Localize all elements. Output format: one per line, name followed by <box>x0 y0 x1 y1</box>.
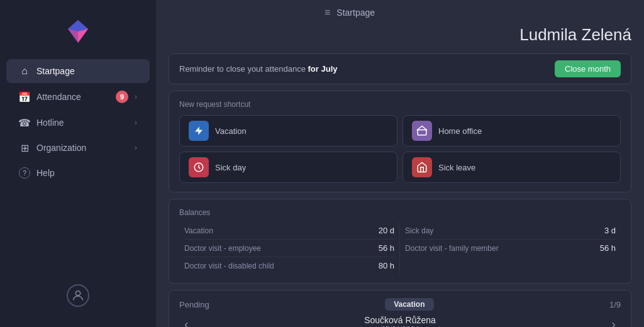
balance-doctor-employee: Doctor visit - employee 56 h <box>184 240 394 257</box>
shortcut-grid: Vacation Home office Sick day <box>179 115 621 183</box>
user-avatar-area <box>0 274 156 317</box>
sidebar-item-attendance[interactable]: 📅 Attendance 9 › <box>6 84 150 109</box>
user-name: Ludmila Zelená <box>169 25 631 45</box>
balance-doctor-employee-value: 56 h <box>379 243 394 253</box>
pending-header: Pending Vacation 1/9 <box>179 298 621 311</box>
chevron-right-icon: › <box>135 143 137 152</box>
pending-counter: 1/9 <box>609 300 621 309</box>
balance-doctor-child: Doctor visit - disabled child 80 h <box>184 257 394 274</box>
balance-doctor-child-label: Doctor visit - disabled child <box>184 262 274 270</box>
balances-title: Balances <box>179 208 621 217</box>
sidebar-item-label: Help <box>36 168 137 178</box>
balance-vacation: Vacation 20 d <box>184 222 394 240</box>
homeoffice-icon <box>412 121 432 141</box>
logo-area <box>0 10 156 58</box>
calendar-icon: 📅 <box>19 91 30 103</box>
reminder-text: Reminder to close yout attendance for Ju… <box>179 64 337 74</box>
sidebar-item-label: Organization <box>36 143 128 153</box>
pending-date: 25/04/2024 <box>364 325 436 328</box>
close-month-button[interactable]: Close month <box>555 60 621 77</box>
pending-prev-button[interactable]: ‹ <box>179 314 194 327</box>
main-area: ≡ Startpage Ludmila Zelená Reminder to c… <box>156 0 644 327</box>
sidebar-item-help[interactable]: ? Help <box>6 161 150 185</box>
shortcut-sickday-label: Sick day <box>215 163 246 172</box>
shortcuts-section: New request shortcut Vacation Home offic… <box>169 91 631 192</box>
sidebar: ⌂ Startpage 📅 Attendance 9 › ☎ Hotline ›… <box>0 0 156 327</box>
reminder-text-bold: for July <box>308 64 338 74</box>
logo-icon <box>64 18 92 45</box>
sidebar-nav: ⌂ Startpage 📅 Attendance 9 › ☎ Hotline ›… <box>0 58 156 186</box>
balance-doctor-employee-label: Doctor visit - employee <box>184 244 261 253</box>
balances-right: Sick day 3 d Doctor visit - family membe… <box>400 222 621 274</box>
shortcut-vacation-label: Vacation <box>215 126 247 136</box>
sickleave-icon <box>412 157 432 177</box>
shortcuts-title: New request shortcut <box>179 100 621 109</box>
shortcut-sickleave[interactable]: Sick leave <box>402 152 621 183</box>
balance-vacation-label: Vacation <box>184 226 213 235</box>
balances-section: Balances Vacation 20 d Doctor visit - em… <box>169 199 631 284</box>
attendance-badge: 9 <box>116 91 128 103</box>
sidebar-item-label: Attendance <box>36 92 109 102</box>
user-avatar[interactable] <box>67 284 89 307</box>
grid-icon: ⊞ <box>19 142 30 153</box>
balance-sickday: Sick day 3 d <box>405 222 616 240</box>
pending-label: Pending <box>179 300 209 309</box>
phone-icon: ☎ <box>19 117 30 128</box>
sidebar-item-hotline[interactable]: ☎ Hotline › <box>6 111 150 135</box>
pending-next-button[interactable]: › <box>606 314 621 327</box>
pending-type-badge: Vacation <box>385 298 433 311</box>
pending-section: Pending Vacation 1/9 ‹ Součková Růžena 2… <box>169 290 631 327</box>
pending-nav-row: ‹ Součková Růžena 25/04/2024 › <box>179 314 621 327</box>
chevron-right-icon: › <box>135 92 137 101</box>
balance-vacation-value: 20 d <box>379 226 394 235</box>
balance-doctor-child-value: 80 h <box>379 261 394 270</box>
svg-rect-4 <box>418 130 426 135</box>
home-icon: ⌂ <box>19 65 30 77</box>
sickday-icon <box>189 157 209 177</box>
balance-sickday-label: Sick day <box>405 226 433 235</box>
chevron-right-icon: › <box>135 118 137 127</box>
sidebar-item-label: Startpage <box>36 66 137 76</box>
shortcut-vacation[interactable]: Vacation <box>179 115 397 147</box>
main-content: Ludmila Zelená Reminder to close yout at… <box>156 0 644 327</box>
sidebar-item-startpage[interactable]: ⌂ Startpage <box>6 59 150 83</box>
balance-doctor-family: Doctor visit - family member 56 h <box>405 240 616 257</box>
sidebar-item-label: Hotline <box>36 118 128 128</box>
balance-doctor-family-label: Doctor visit - family member <box>405 244 499 253</box>
help-icon: ? <box>19 167 30 179</box>
balance-doctor-family-value: 56 h <box>600 243 616 253</box>
vacation-icon <box>189 121 209 141</box>
reminder-text-before: Reminder to close yout attendance <box>179 64 308 74</box>
shortcut-homeoffice-label: Home office <box>438 126 482 136</box>
balance-sickday-value: 3 d <box>604 226 616 235</box>
sidebar-item-organization[interactable]: ⊞ Organization › <box>6 136 150 160</box>
pending-user-info: Součková Růžena 25/04/2024 <box>364 315 436 328</box>
pending-user-name: Součková Růžena <box>364 315 436 325</box>
svg-point-3 <box>75 291 80 296</box>
balances-grid: Vacation 20 d Doctor visit - employee 56… <box>179 222 621 274</box>
shortcut-homeoffice[interactable]: Home office <box>402 115 621 147</box>
balances-left: Vacation 20 d Doctor visit - employee 56… <box>179 222 400 274</box>
reminder-bar: Reminder to close yout attendance for Ju… <box>169 53 631 84</box>
shortcut-sickday[interactable]: Sick day <box>179 152 397 183</box>
shortcut-sickleave-label: Sick leave <box>438 163 475 172</box>
